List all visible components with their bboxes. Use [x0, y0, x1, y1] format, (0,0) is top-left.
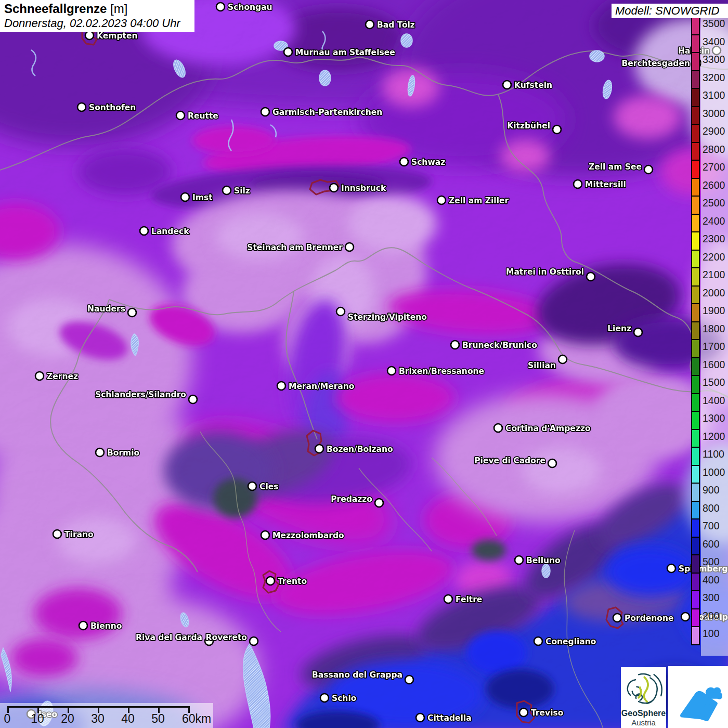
- city-marker-zernez: [35, 372, 44, 380]
- city-label-pieve-di-cadore: Pieve di Cadore: [474, 456, 545, 465]
- colorbar-tick-2200: 2200: [703, 251, 727, 263]
- colorbar-cell-1300: [692, 412, 699, 430]
- weather-map-page: { "header": { "title": "Schneefallgrenze…: [0, 0, 728, 728]
- city-label-treviso: Treviso: [531, 708, 563, 718]
- colorbar-cell-3400: [692, 35, 699, 54]
- city-label-schongau: Schongau: [228, 3, 272, 12]
- colorbar-cell-2400: [692, 215, 699, 233]
- city-marker-landeck: [140, 227, 148, 235]
- colorbar: [691, 16, 700, 645]
- city-label-cittadella: Cittadella: [427, 713, 472, 723]
- city-marker-spilimbergo: [667, 564, 675, 573]
- city-label-riva-del-garda: Riva del Garda: [136, 633, 202, 642]
- scale-label-50: 50: [151, 712, 165, 726]
- colorbar-tick-2300: 2300: [703, 233, 727, 244]
- city-marker-cortina-d-ampezzo: [494, 424, 502, 432]
- colorbar-tick-700: 700: [703, 520, 727, 531]
- city-marker-tirano: [53, 530, 61, 538]
- colorbar-tick-3400: 3400: [703, 36, 727, 47]
- city-marker-pieve-di-cadore: [548, 459, 556, 467]
- city-marker-bienno: [79, 621, 87, 630]
- partner-logo: [668, 666, 728, 728]
- city-brixen-bressanone: Brixen/Bressanone: [387, 367, 484, 376]
- colorbar-cell-3100: [692, 89, 699, 107]
- city-label-bozen-bolzano: Bozen/Bolzano: [327, 445, 393, 454]
- title-unit: [m]: [110, 2, 127, 16]
- colorbar-tick-1300: 1300: [703, 412, 727, 424]
- city-label-nauders: Nauders: [87, 304, 125, 314]
- city-bienno: Bienno: [79, 621, 122, 631]
- city-marker-cles: [248, 482, 256, 490]
- colorbar-cell-2000: [692, 287, 699, 305]
- city-treviso: Treviso: [519, 708, 563, 718]
- city-label-trento: Trento: [278, 577, 307, 586]
- city-label-sonthofen: Sonthofen: [89, 103, 136, 112]
- colorbar-cell-3200: [692, 71, 699, 89]
- city-label-silz: Silz: [234, 186, 250, 196]
- city-marker-predazzo: [375, 499, 383, 507]
- city-label-steinach-am-brenner: Steinach am Brenner: [247, 243, 343, 252]
- city-label-murnau-am-staffelsee: Murnau am Staffelsee: [295, 48, 395, 57]
- colorbar-tick-2500: 2500: [703, 197, 727, 209]
- colorbar-cell-1500: [692, 376, 699, 394]
- colorbar-cell-100: [692, 627, 699, 644]
- city-feltre: Feltre: [444, 595, 482, 604]
- city-marker-cittadella: [416, 713, 424, 722]
- city-label-feltre: Feltre: [456, 595, 482, 604]
- city-mezzolombardo: Mezzolombardo: [261, 531, 344, 540]
- geosphere-logo-country: Austria: [621, 718, 666, 727]
- colorbar-tick-3100: 3100: [703, 89, 727, 101]
- colorbar-cell-2500: [692, 197, 699, 215]
- geosphere-logo: GeoSphere Austria: [621, 667, 666, 728]
- city-marker-schlanders-silandro: [189, 395, 197, 404]
- city-label-schlanders-silandro: Schlanders/Silandro: [95, 390, 186, 399]
- city-tirano: Tirano: [53, 530, 94, 539]
- city-berchtesgaden: Berchtesgaden: [621, 59, 701, 68]
- city-marker-rovereto: [250, 637, 258, 645]
- colorbar-cell-1000: [692, 466, 699, 484]
- colorbar-cell-2600: [692, 179, 699, 197]
- scale-label-30: 30: [91, 712, 105, 726]
- city-label-pordenone: Pordenone: [625, 614, 674, 623]
- colorbar-tick-2400: 2400: [703, 215, 727, 227]
- colorbar-cell-1900: [692, 304, 699, 322]
- colorbar-cell-400: [692, 574, 699, 592]
- colorbar-tick-3300: 3300: [703, 54, 727, 65]
- colorbar-cell-1800: [692, 322, 699, 341]
- city-label-cortina-d-ampezzo: Cortina d'Ampezzo: [505, 424, 591, 433]
- city-marker-zell-am-ziller: [437, 196, 446, 204]
- city-marker-bad-t-lz: [366, 20, 374, 29]
- distance-scale-bar: 0102030405060km: [0, 703, 213, 728]
- colorbar-tick-3200: 3200: [703, 72, 727, 83]
- scale-label-60km: 60km: [182, 712, 211, 726]
- city-marker-garmisch-partenkirchen: [261, 108, 269, 116]
- city-silz: Silz: [223, 186, 250, 196]
- colorbar-cell-2300: [692, 232, 699, 251]
- city-cortina-d-ampezzo: Cortina d'Ampezzo: [494, 424, 591, 433]
- city-marker-bozen-bolzano: [315, 445, 323, 453]
- city-marker-bassano-del-grappa: [405, 675, 413, 684]
- city-label-mittersill: Mittersill: [585, 180, 626, 189]
- city-marker-bormio: [96, 448, 104, 457]
- city-marker-trento: [266, 577, 275, 585]
- colorbar-cell-1200: [692, 430, 699, 448]
- city-marker-conegliano: [534, 637, 542, 645]
- colorbar-tick-300: 300: [703, 592, 727, 603]
- colorbar-cell-1100: [692, 448, 699, 466]
- scale-label-10: 10: [31, 712, 44, 726]
- geosphere-contour-icon: [625, 668, 663, 707]
- colorbar-cell-700: [692, 519, 699, 538]
- city-marker-bruneck-brunico: [451, 341, 459, 349]
- colorbar-tick-3500: 3500: [703, 18, 727, 29]
- city-zernez: Zernez: [35, 372, 78, 381]
- scale-label-20: 20: [61, 712, 74, 726]
- colorbar-tick-1400: 1400: [703, 395, 727, 406]
- city-marker-brixen-bressanone: [387, 367, 396, 375]
- colorbar-cell-2700: [692, 161, 699, 179]
- city-marker-treviso: [519, 708, 528, 717]
- city-cles: Cles: [248, 482, 278, 491]
- colorbar-cell-3500: [692, 17, 699, 35]
- colorbar-tick-1800: 1800: [703, 323, 727, 334]
- colorbar-tick-1600: 1600: [703, 359, 727, 370]
- city-belluno: Belluno: [515, 556, 561, 565]
